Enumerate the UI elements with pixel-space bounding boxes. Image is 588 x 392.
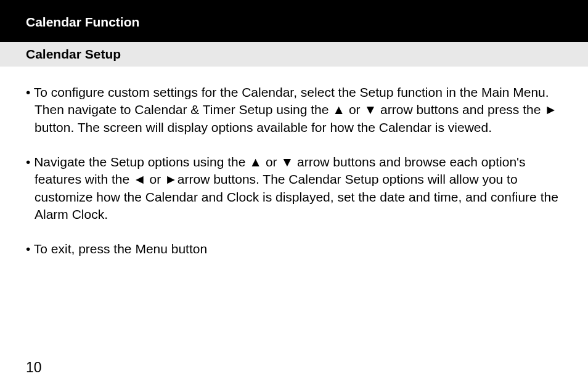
bullet-item: • To exit, press the Menu button xyxy=(26,240,562,258)
content-area: • To configure custom settings for the C… xyxy=(0,67,588,258)
bullet-item: • To configure custom settings for the C… xyxy=(26,84,562,136)
header-bar: Calendar Function xyxy=(0,0,588,42)
sub-header: Calendar Setup xyxy=(0,42,588,67)
bullet-item: • Navigate the Setup options using the ▲… xyxy=(26,153,562,223)
sub-header-title: Calendar Setup xyxy=(26,47,121,61)
page-number: 10 xyxy=(26,359,42,376)
header-title: Calendar Function xyxy=(26,15,139,29)
